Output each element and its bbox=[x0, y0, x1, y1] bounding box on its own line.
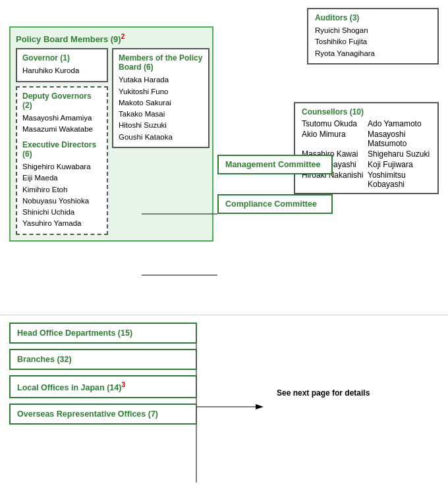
counsellor-0-1: Ado Yamamoto bbox=[368, 119, 431, 128]
deputy-member-0: Masayoshi Amamiya bbox=[22, 113, 101, 124]
member-4: Hitoshi Suzuki bbox=[119, 120, 203, 131]
members-board-title: Members of the Policy Board (6) bbox=[119, 53, 203, 72]
policy-board-title-text: Policy Board Members (9) bbox=[16, 34, 121, 44]
policy-board-container: Policy Board Members (9)2 Governor (1) H… bbox=[9, 26, 213, 242]
governor-box: Governor (1) Haruhiko Kuroda bbox=[16, 48, 108, 82]
management-committee-title: Management Committee bbox=[225, 160, 325, 169]
exec-member-0: Shigehiro Kuwabara bbox=[22, 161, 101, 172]
deputy-members: Masayoshi Amamiya Masazumi Wakatabe bbox=[22, 113, 101, 136]
see-next-page: See next page for details bbox=[277, 388, 370, 398]
see-next-label: See next page for details bbox=[277, 388, 370, 398]
auditor-2: Ryota Yanagihara bbox=[315, 48, 431, 59]
compliance-committee-title: Compliance Committee bbox=[225, 199, 325, 209]
counsellor-3-1: Koji Fujiwara bbox=[368, 160, 431, 169]
deputy-exec-box: Deputy Governors (2) Masayoshi Amamiya M… bbox=[16, 86, 108, 235]
counsellors-title: Counsellors (10) bbox=[302, 107, 431, 117]
governor-member-0: Haruhiko Kuroda bbox=[22, 65, 101, 76]
exec-member-4: Shinichi Uchida bbox=[22, 207, 101, 218]
governor-title: Governor (1) bbox=[22, 53, 101, 63]
overseas-title: Overseas Representative Offices (7) bbox=[17, 409, 189, 419]
deputy-member-1: Masazumi Wakatabe bbox=[22, 124, 101, 135]
local-offices-box: Local Offices in Japan (14)3 bbox=[9, 375, 197, 398]
bottom-section: Head Office Departments (15) Branches (3… bbox=[9, 323, 204, 425]
counsellor-4-1: Yoshimitsu Kobayashi bbox=[368, 170, 431, 189]
exec-member-5: Yasuhiro Yamada bbox=[22, 218, 101, 229]
member-0: Yutaka Harada bbox=[119, 74, 203, 86]
counsellor-1-0: Akio Mimura bbox=[302, 130, 365, 148]
exec-member-1: Eiji Maeda bbox=[22, 172, 101, 184]
deputy-title: Deputy Governors (2) bbox=[22, 91, 101, 110]
committees-area: Management Committee Compliance Committe… bbox=[217, 155, 333, 214]
branches-title: Branches (32) bbox=[17, 355, 189, 364]
management-committee-box: Management Committee bbox=[217, 155, 333, 174]
auditors-title: Auditors (3) bbox=[315, 13, 431, 22]
policy-board-superscript: 2 bbox=[121, 33, 125, 40]
exec-member-2: Kimihiro Etoh bbox=[22, 184, 101, 195]
auditors-box: Auditors (3) Ryuichi Shogan Toshihiko Fu… bbox=[307, 8, 439, 65]
head-office-box: Head Office Departments (15) bbox=[9, 323, 197, 344]
auditors-members: Ryuichi Shogan Toshihiko Fujita Ryota Ya… bbox=[315, 25, 431, 59]
head-office-label: Head Office Departments (15) bbox=[17, 328, 132, 338]
local-offices-superscript: 3 bbox=[121, 381, 125, 388]
member-1: Yukitoshi Funo bbox=[119, 86, 203, 97]
member-5: Goushi Kataoka bbox=[119, 132, 203, 143]
counsellor-0-0: Tsutomu Okuda bbox=[302, 119, 365, 128]
branches-label: Branches (32) bbox=[17, 355, 72, 364]
exec-member-3: Nobuyasu Yoshioka bbox=[22, 195, 101, 207]
section-divider bbox=[0, 315, 448, 315]
counsellor-2-1: Shigeharu Suzuki bbox=[368, 149, 431, 159]
compliance-committee-box: Compliance Committee bbox=[217, 194, 333, 214]
branches-box: Branches (32) bbox=[9, 349, 197, 370]
head-office-title: Head Office Departments (15) bbox=[17, 328, 189, 338]
exec-title: Executive Directors (6) bbox=[22, 140, 101, 159]
overseas-box: Overseas Representative Offices (7) bbox=[9, 404, 197, 425]
auditor-1: Toshihiko Fujita bbox=[315, 36, 431, 47]
exec-members: Shigehiro Kuwabara Eiji Maeda Kimihiro E… bbox=[22, 161, 101, 230]
members-board-list: Yutaka Harada Yukitoshi Funo Makoto Saku… bbox=[119, 74, 203, 143]
member-2: Makoto Sakurai bbox=[119, 97, 203, 109]
counsellor-1-1: Masayoshi Matsumoto bbox=[368, 130, 431, 148]
policy-board-title: Policy Board Members (9)2 bbox=[16, 33, 207, 44]
arrow-head bbox=[256, 404, 264, 409]
overseas-label: Overseas Representative Offices (7) bbox=[17, 409, 158, 419]
auditor-0: Ryuichi Shogan bbox=[315, 25, 431, 36]
local-offices-title: Local Offices in Japan (14)3 bbox=[17, 381, 189, 392]
local-offices-label: Local Offices in Japan (14) bbox=[17, 383, 121, 392]
members-board-box: Members of the Policy Board (6) Yutaka H… bbox=[112, 48, 210, 148]
member-3: Takako Masai bbox=[119, 109, 203, 120]
governor-members: Haruhiko Kuroda bbox=[22, 65, 101, 76]
